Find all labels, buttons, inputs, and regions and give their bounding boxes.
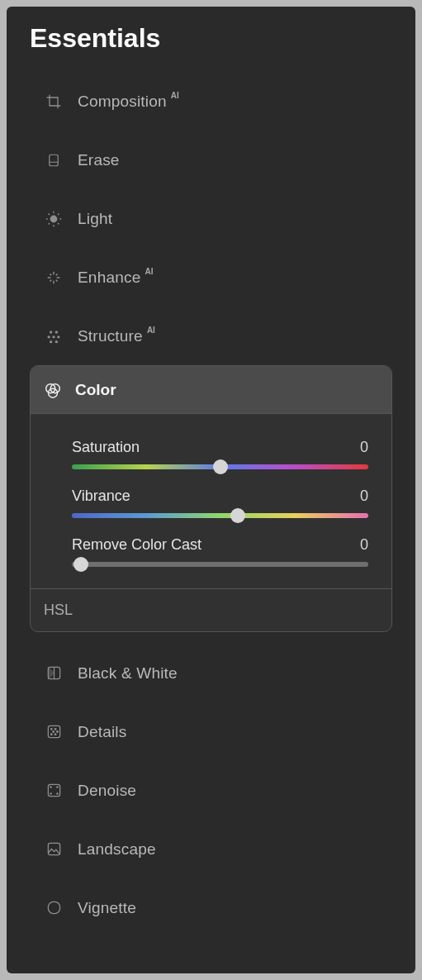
svg-point-3 (55, 331, 58, 333)
tool-color-card: Color Saturation 0 Vibrance 0 (30, 365, 392, 632)
color-sliders: Saturation 0 Vibrance 0 (31, 414, 391, 588)
denoise-icon (45, 782, 63, 800)
slider-vibrance[interactable]: Vibrance 0 (72, 488, 368, 518)
vignette-icon (45, 899, 63, 917)
tool-details[interactable]: Details (7, 702, 415, 761)
slider-value: 0 (360, 488, 368, 505)
bw-icon (45, 664, 63, 683)
svg-point-16 (52, 731, 54, 733)
tool-label: Denoise (78, 782, 136, 800)
hsl-label: HSL (44, 602, 73, 619)
svg-point-8 (55, 340, 58, 343)
tool-label: Color (75, 381, 116, 399)
svg-point-2 (50, 331, 52, 333)
ai-badge: AI (147, 326, 155, 335)
tool-label: Details (78, 723, 126, 741)
tool-color-header[interactable]: Color (31, 366, 391, 414)
slider-thumb[interactable] (230, 508, 245, 523)
tool-label: Composition (78, 93, 167, 111)
svg-point-7 (50, 340, 52, 343)
color-venn-icon (44, 381, 62, 399)
svg-rect-25 (48, 843, 59, 854)
svg-point-1 (50, 216, 56, 221)
svg-point-5 (52, 335, 55, 338)
slider-label: Vibrance (72, 488, 130, 505)
slider-value: 0 (360, 439, 368, 456)
svg-point-21 (50, 787, 50, 787)
slider-value: 0 (360, 536, 368, 554)
svg-point-17 (56, 731, 58, 733)
tool-label: Landscape (78, 840, 156, 859)
tool-denoise[interactable]: Denoise (7, 761, 415, 820)
svg-rect-26 (48, 902, 59, 913)
svg-point-22 (56, 787, 57, 787)
tool-composition[interactable]: Composition AI (7, 72, 415, 131)
tool-label: Black & White (78, 664, 178, 683)
svg-point-24 (56, 793, 57, 794)
ai-badge: AI (171, 91, 179, 100)
svg-rect-0 (50, 155, 59, 166)
svg-point-15 (55, 729, 56, 730)
svg-point-14 (50, 729, 52, 730)
slider-track[interactable] (72, 464, 368, 469)
slider-track[interactable] (72, 513, 368, 518)
slider-track[interactable] (72, 562, 368, 567)
tool-enhance[interactable]: Enhance AI (7, 248, 415, 307)
svg-rect-20 (48, 784, 59, 796)
dots-icon (45, 327, 63, 345)
svg-point-19 (55, 734, 56, 735)
tool-light[interactable]: Light (7, 189, 415, 248)
tool-vignette[interactable]: Vignette (7, 878, 415, 937)
crop-icon (45, 93, 63, 111)
slider-label: Remove Color Cast (72, 536, 202, 554)
slider-label: Saturation (72, 439, 140, 456)
sun-icon (45, 210, 63, 228)
landscape-icon (45, 840, 63, 859)
tool-list: Composition AI Erase Light (7, 72, 415, 937)
svg-point-4 (48, 335, 50, 338)
tool-label: Light (78, 210, 112, 228)
ai-badge: AI (145, 267, 153, 276)
slider-remove-color-cast[interactable]: Remove Color Cast 0 (72, 536, 368, 567)
tool-black-white[interactable]: Black & White (7, 644, 415, 702)
essentials-panel: Essentials Composition AI Erase (7, 7, 415, 973)
slider-thumb[interactable] (73, 557, 88, 572)
sparkle-icon (45, 269, 63, 287)
svg-point-6 (57, 335, 59, 338)
tool-erase[interactable]: Erase (7, 131, 415, 189)
tool-structure[interactable]: Structure AI (7, 307, 415, 365)
color-hsl-row[interactable]: HSL (31, 588, 391, 631)
tool-label: Vignette (78, 899, 136, 917)
panel-title: Essentials (7, 21, 415, 72)
tool-landscape[interactable]: Landscape (7, 820, 415, 878)
slider-saturation[interactable]: Saturation 0 (72, 439, 368, 469)
svg-point-23 (50, 793, 50, 794)
erase-icon (45, 151, 63, 169)
slider-thumb[interactable] (213, 459, 228, 474)
tool-label: Enhance (78, 269, 140, 287)
details-icon (45, 723, 63, 741)
tool-label: Structure (78, 327, 143, 345)
svg-point-18 (50, 734, 52, 735)
tool-label: Erase (78, 151, 120, 169)
